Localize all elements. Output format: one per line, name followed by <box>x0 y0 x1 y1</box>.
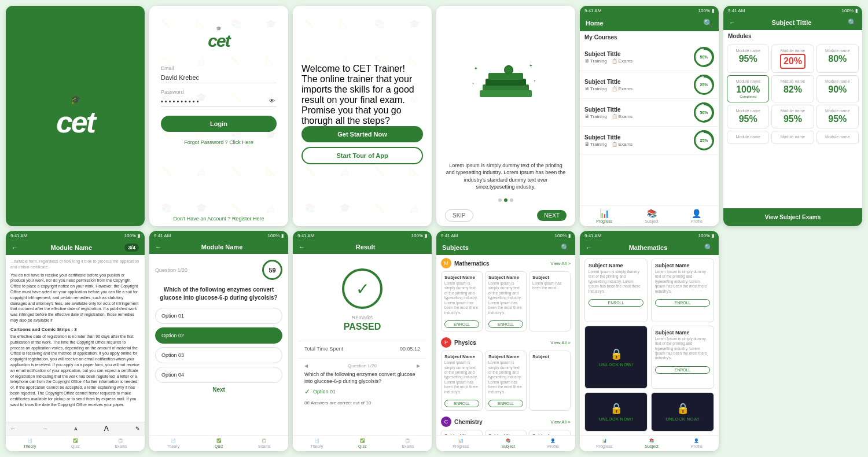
forward-nav-icon[interactable]: → <box>42 426 47 432</box>
math-detail-header: ← Mathematics 🔍 <box>580 240 719 255</box>
nav-exams[interactable]: 📋Exams <box>115 438 127 448</box>
forgot-link[interactable]: Click Here <box>229 139 253 145</box>
reading-bottom-nav: 📄Theory ✅Quiz 📋Exams <box>6 435 145 451</box>
battery-icon: ▮ <box>425 233 427 238</box>
module-card-completed[interactable]: Module name 100% Completed <box>727 75 769 102</box>
nav-quiz[interactable]: ✅Quiz <box>215 438 223 448</box>
next-button[interactable]: Next <box>155 386 282 393</box>
math-icon: M <box>441 258 451 268</box>
start-tour-button[interactable]: Start Tour of App <box>301 147 423 164</box>
battery-icon: ▮ <box>712 8 714 13</box>
nav-quiz[interactable]: ✅Quiz <box>71 438 79 448</box>
module-card[interactable]: Module name 82% <box>771 75 814 102</box>
enroll-button[interactable]: ENROLL <box>589 299 643 307</box>
enroll-button[interactable]: ENROLL <box>655 299 710 307</box>
module-card[interactable]: Module name 95% <box>727 45 769 73</box>
password-value[interactable]: •••••••••• 👁 <box>161 96 277 107</box>
enroll-button[interactable]: ENROLL <box>488 320 523 328</box>
chemistry-view-all[interactable]: View All > <box>550 419 571 425</box>
register-link[interactable]: Register Here <box>232 216 264 222</box>
module-card[interactable]: Module name 80% <box>816 45 859 73</box>
module-card[interactable]: Module name 95% <box>727 105 769 128</box>
prev-question[interactable]: ◀ <box>304 363 308 368</box>
physics-view-all[interactable]: View All > <box>550 340 571 345</box>
math-title: Mathematics <box>454 260 490 267</box>
font-large-icon[interactable]: A <box>104 425 109 433</box>
get-started-button[interactable]: Get Started Now <box>301 126 423 142</box>
module-card[interactable]: Module name 20% <box>771 45 814 73</box>
nav-progress[interactable]: 📊Progress <box>596 209 612 223</box>
option-3[interactable]: Option 03 <box>155 347 282 363</box>
eye-icon[interactable]: 👁 <box>269 98 277 105</box>
password-field: Password •••••••••• 👁 <box>161 89 277 107</box>
enroll-button[interactable]: ENROLL <box>655 366 710 374</box>
nav-profile[interactable]: 👤Profile <box>691 438 703 448</box>
nav-exams[interactable]: 📋Exams <box>402 438 414 448</box>
subjects-header: Subjects 🔍 <box>436 240 575 255</box>
exam-icon: 📋 <box>612 86 617 91</box>
enroll-button[interactable]: ENROLL <box>444 400 479 407</box>
profile-icon: 👤 <box>692 209 701 218</box>
mathematics-section: M Mathematics View All > Subject Name Lo… <box>436 255 575 331</box>
quiz-module-title: Module Name <box>201 244 243 250</box>
nav-subject[interactable]: 📚Subject <box>645 209 658 223</box>
next-button[interactable]: NEXT <box>537 210 567 221</box>
lock-icon: 🔒 <box>676 402 689 415</box>
progress-circle-2: 25% <box>694 75 714 95</box>
back-button[interactable]: ← <box>299 244 305 250</box>
locked-card[interactable]: 🔒 UNLOCK NOW! <box>584 326 648 389</box>
subject-card: Subject <box>529 430 571 435</box>
highlight-icon[interactable]: ✎ <box>135 426 140 432</box>
next-question[interactable]: ▶ <box>417 363 420 368</box>
back-button[interactable]: ← <box>12 244 18 251</box>
option-4[interactable]: Option 04 <box>155 367 282 383</box>
search-icon[interactable]: 🔍 <box>848 19 856 27</box>
progress-circle-3: 50% <box>694 102 714 123</box>
module-card[interactable]: Module name 90% <box>816 75 859 102</box>
nav-theory[interactable]: 📄Theory <box>23 438 36 448</box>
screens-grid: 🎓 cet ✏️📐📚🎓 📏🔬✏️📐 📚🎓📏🔬 ✏️📐📚🎓 📏🔬✏️📐 📚🎓📏🔬 … <box>6 6 862 451</box>
email-field: Email David Krebec <box>161 65 277 83</box>
nav-exams[interactable]: 📋Exams <box>258 438 270 448</box>
option-2[interactable]: Option 02 <box>155 327 282 344</box>
back-button[interactable]: ← <box>155 244 161 250</box>
locked-card[interactable]: 🔒 UNLOCK NOW! <box>584 392 648 432</box>
nav-theory[interactable]: 📄Theory <box>310 438 323 448</box>
profile-icon: 👤 <box>694 438 699 443</box>
module-card[interactable]: Module name 95% <box>816 105 859 128</box>
option-1[interactable]: Option 01 <box>155 308 282 324</box>
home-bottom-nav: 📊Progress 📚Subject 👤Profile <box>580 205 719 226</box>
view-exams-button[interactable]: View Subject Exams <box>723 208 862 226</box>
back-nav-icon[interactable]: ← <box>10 426 16 432</box>
search-icon[interactable]: 🔍 <box>561 244 569 252</box>
back-button[interactable]: ← <box>729 19 735 26</box>
font-small-icon[interactable]: A <box>74 426 77 432</box>
nav-subject[interactable]: 📚Subject <box>501 438 514 448</box>
exam-icon: 📋 <box>612 142 617 147</box>
modules-header: ← Subject Tittle 🔍 <box>723 15 862 30</box>
search-icon[interactable]: 🔍 <box>703 19 713 28</box>
back-button[interactable]: ← <box>586 244 592 251</box>
nav-progress[interactable]: 📊Progress <box>596 438 612 448</box>
nav-theory[interactable]: 📄Theory <box>167 438 179 448</box>
module-card[interactable]: Module name 95% <box>771 105 814 128</box>
mathematics-header: M Mathematics View All > <box>436 255 575 271</box>
subject-icon: 📚 <box>649 438 654 443</box>
enroll-button[interactable]: ENROLL <box>444 320 479 328</box>
nav-quiz[interactable]: ✅Quiz <box>358 438 366 448</box>
nav-progress[interactable]: 📊Progress <box>453 438 469 448</box>
unlock-text: UNLOCK NOW! <box>599 362 633 367</box>
login-button[interactable]: Login <box>161 116 277 132</box>
login-logo-area: 🎓 cet <box>149 6 288 60</box>
locked-card[interactable]: 🔒 UNLOCK NOW! <box>651 392 714 432</box>
skip-button[interactable]: SKIP <box>445 209 473 222</box>
enroll-button[interactable]: ENROLL <box>488 400 523 407</box>
search-icon[interactable]: 🔍 <box>704 244 713 252</box>
email-value[interactable]: David Krebec <box>161 72 277 83</box>
nav-profile[interactable]: 👤Profile <box>547 438 559 448</box>
nav-profile[interactable]: 👤Profile <box>691 209 703 223</box>
math-view-all[interactable]: View All > <box>550 261 571 266</box>
quiz-icon: ✅ <box>73 438 78 443</box>
nav-subject[interactable]: 📚Subject <box>645 438 658 448</box>
home-screen: 9:41 AM 100% ▮ Home 🔍 My Courses Subject… <box>580 6 719 226</box>
